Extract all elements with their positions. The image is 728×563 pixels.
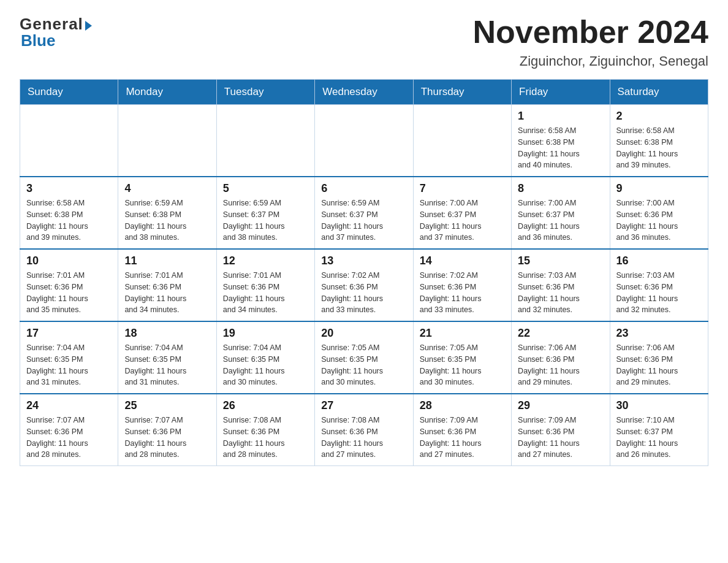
day-number: 29 [518, 399, 603, 412]
calendar-cell: 2Sunrise: 6:58 AM Sunset: 6:38 PM Daylig… [610, 105, 708, 177]
weekday-header-row: SundayMondayTuesdayWednesdayThursdayFrid… [20, 80, 708, 105]
weekday-header-friday: Friday [512, 80, 610, 105]
calendar-cell: 26Sunrise: 7:08 AM Sunset: 6:36 PM Dayli… [216, 394, 314, 466]
day-number: 8 [518, 182, 603, 195]
calendar-cell: 24Sunrise: 7:07 AM Sunset: 6:36 PM Dayli… [20, 394, 118, 466]
calendar-cell: 15Sunrise: 7:03 AM Sunset: 6:36 PM Dayli… [512, 249, 610, 321]
calendar-cell: 28Sunrise: 7:09 AM Sunset: 6:36 PM Dayli… [413, 394, 511, 466]
day-info: Sunrise: 7:08 AM Sunset: 6:36 PM Dayligh… [223, 415, 308, 461]
day-info: Sunrise: 7:01 AM Sunset: 6:36 PM Dayligh… [124, 270, 210, 316]
day-number: 6 [321, 182, 406, 195]
calendar-cell: 25Sunrise: 7:07 AM Sunset: 6:36 PM Dayli… [118, 394, 216, 466]
day-info: Sunrise: 7:04 AM Sunset: 6:35 PM Dayligh… [223, 342, 308, 388]
calendar-cell: 18Sunrise: 7:04 AM Sunset: 6:35 PM Dayli… [118, 321, 216, 394]
day-info: Sunrise: 6:59 AM Sunset: 6:38 PM Dayligh… [124, 197, 210, 243]
day-number: 21 [420, 327, 505, 340]
weekday-header-monday: Monday [118, 80, 216, 105]
calendar-week-2: 3Sunrise: 6:58 AM Sunset: 6:38 PM Daylig… [20, 177, 708, 249]
day-number: 13 [321, 255, 406, 267]
day-info: Sunrise: 7:00 AM Sunset: 6:36 PM Dayligh… [616, 197, 702, 243]
calendar-cell: 19Sunrise: 7:04 AM Sunset: 6:35 PM Dayli… [216, 321, 314, 394]
day-number: 2 [616, 110, 702, 123]
day-info: Sunrise: 6:58 AM Sunset: 6:38 PM Dayligh… [616, 125, 702, 171]
day-number: 3 [26, 182, 112, 195]
day-info: Sunrise: 7:02 AM Sunset: 6:36 PM Dayligh… [420, 270, 505, 316]
day-info: Sunrise: 7:03 AM Sunset: 6:36 PM Dayligh… [616, 270, 702, 316]
day-number: 30 [616, 399, 702, 412]
day-info: Sunrise: 7:05 AM Sunset: 6:35 PM Dayligh… [420, 342, 505, 388]
day-info: Sunrise: 7:10 AM Sunset: 6:37 PM Dayligh… [616, 415, 702, 461]
day-number: 7 [420, 182, 505, 195]
calendar-cell: 20Sunrise: 7:05 AM Sunset: 6:35 PM Dayli… [315, 321, 413, 394]
day-number: 10 [26, 255, 112, 267]
weekday-header-wednesday: Wednesday [315, 80, 413, 105]
day-info: Sunrise: 7:00 AM Sunset: 6:37 PM Dayligh… [420, 197, 505, 243]
day-number: 18 [124, 327, 210, 340]
calendar-subtitle: Ziguinchor, Ziguinchor, Senegal [473, 53, 708, 69]
day-info: Sunrise: 7:04 AM Sunset: 6:35 PM Dayligh… [124, 342, 210, 388]
calendar-cell: 10Sunrise: 7:01 AM Sunset: 6:36 PM Dayli… [20, 249, 118, 321]
calendar-cell [216, 105, 314, 177]
day-info: Sunrise: 7:00 AM Sunset: 6:37 PM Dayligh… [518, 197, 603, 243]
day-info: Sunrise: 6:59 AM Sunset: 6:37 PM Dayligh… [223, 197, 308, 243]
calendar-week-1: 1Sunrise: 6:58 AM Sunset: 6:38 PM Daylig… [20, 105, 708, 177]
day-number: 24 [26, 399, 112, 412]
day-info: Sunrise: 6:58 AM Sunset: 6:38 PM Dayligh… [26, 197, 112, 243]
day-number: 19 [223, 327, 308, 340]
calendar-cell: 21Sunrise: 7:05 AM Sunset: 6:35 PM Dayli… [413, 321, 511, 394]
day-info: Sunrise: 7:01 AM Sunset: 6:36 PM Dayligh… [26, 270, 112, 316]
calendar-cell: 7Sunrise: 7:00 AM Sunset: 6:37 PM Daylig… [413, 177, 511, 249]
day-info: Sunrise: 7:03 AM Sunset: 6:36 PM Dayligh… [518, 270, 603, 316]
calendar-week-3: 10Sunrise: 7:01 AM Sunset: 6:36 PM Dayli… [20, 249, 708, 321]
day-number: 20 [321, 327, 406, 340]
calendar-cell: 11Sunrise: 7:01 AM Sunset: 6:36 PM Dayli… [118, 249, 216, 321]
calendar-week-4: 17Sunrise: 7:04 AM Sunset: 6:35 PM Dayli… [20, 321, 708, 394]
day-number: 9 [616, 182, 702, 195]
weekday-header-thursday: Thursday [413, 80, 511, 105]
day-info: Sunrise: 7:05 AM Sunset: 6:35 PM Dayligh… [321, 342, 406, 388]
day-number: 15 [518, 255, 603, 267]
day-number: 26 [223, 399, 308, 412]
day-number: 1 [518, 110, 603, 123]
day-number: 16 [616, 255, 702, 267]
calendar-cell [315, 105, 413, 177]
calendar-cell: 8Sunrise: 7:00 AM Sunset: 6:37 PM Daylig… [512, 177, 610, 249]
logo: General Blue [20, 15, 92, 50]
day-info: Sunrise: 7:06 AM Sunset: 6:36 PM Dayligh… [616, 342, 702, 388]
calendar-cell [118, 105, 216, 177]
day-number: 25 [124, 399, 210, 412]
day-info: Sunrise: 7:09 AM Sunset: 6:36 PM Dayligh… [518, 415, 603, 461]
logo-triangle-icon [85, 21, 92, 31]
header: General Blue November 2024 Ziguinchor, Z… [20, 15, 708, 69]
day-info: Sunrise: 7:07 AM Sunset: 6:36 PM Dayligh… [124, 415, 210, 461]
calendar-header: SundayMondayTuesdayWednesdayThursdayFrid… [20, 80, 708, 105]
day-info: Sunrise: 7:09 AM Sunset: 6:36 PM Dayligh… [420, 415, 505, 461]
day-info: Sunrise: 7:06 AM Sunset: 6:36 PM Dayligh… [518, 342, 603, 388]
logo-blue-text: Blue [21, 31, 55, 50]
weekday-header-tuesday: Tuesday [216, 80, 314, 105]
day-number: 17 [26, 327, 112, 340]
day-number: 4 [124, 182, 210, 195]
calendar-cell: 14Sunrise: 7:02 AM Sunset: 6:36 PM Dayli… [413, 249, 511, 321]
calendar-cell [20, 105, 118, 177]
day-info: Sunrise: 7:01 AM Sunset: 6:36 PM Dayligh… [223, 270, 308, 316]
day-info: Sunrise: 6:58 AM Sunset: 6:38 PM Dayligh… [518, 125, 603, 171]
calendar-cell: 5Sunrise: 6:59 AM Sunset: 6:37 PM Daylig… [216, 177, 314, 249]
day-number: 23 [616, 327, 702, 340]
calendar-cell: 30Sunrise: 7:10 AM Sunset: 6:37 PM Dayli… [610, 394, 708, 466]
calendar-cell: 13Sunrise: 7:02 AM Sunset: 6:36 PM Dayli… [315, 249, 413, 321]
day-info: Sunrise: 7:07 AM Sunset: 6:36 PM Dayligh… [26, 415, 112, 461]
calendar-cell: 1Sunrise: 6:58 AM Sunset: 6:38 PM Daylig… [512, 105, 610, 177]
calendar-cell: 3Sunrise: 6:58 AM Sunset: 6:38 PM Daylig… [20, 177, 118, 249]
calendar-cell: 16Sunrise: 7:03 AM Sunset: 6:36 PM Dayli… [610, 249, 708, 321]
calendar-cell: 17Sunrise: 7:04 AM Sunset: 6:35 PM Dayli… [20, 321, 118, 394]
day-number: 11 [124, 255, 210, 267]
calendar-cell: 4Sunrise: 6:59 AM Sunset: 6:38 PM Daylig… [118, 177, 216, 249]
calendar-table: SundayMondayTuesdayWednesdayThursdayFrid… [20, 79, 708, 466]
day-info: Sunrise: 7:08 AM Sunset: 6:36 PM Dayligh… [321, 415, 406, 461]
day-number: 5 [223, 182, 308, 195]
day-number: 28 [420, 399, 505, 412]
day-info: Sunrise: 6:59 AM Sunset: 6:37 PM Dayligh… [321, 197, 406, 243]
day-number: 22 [518, 327, 603, 340]
calendar-week-5: 24Sunrise: 7:07 AM Sunset: 6:36 PM Dayli… [20, 394, 708, 466]
